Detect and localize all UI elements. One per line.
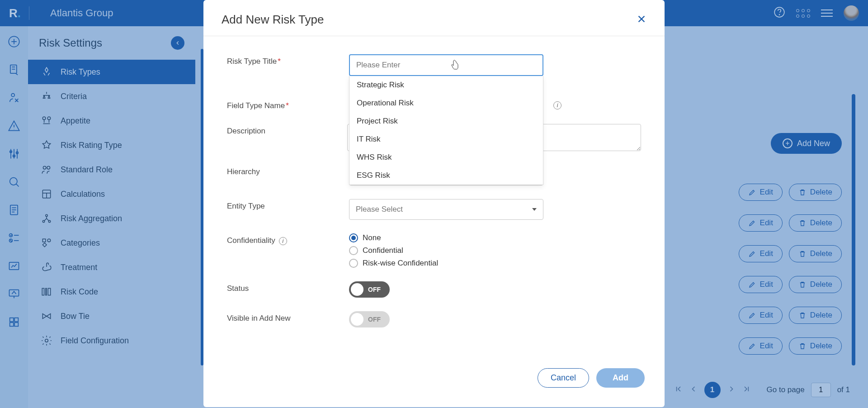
label-field-type-name: Field Type Name*	[227, 99, 349, 110]
label-confidentiality: Confidentialityi	[227, 233, 349, 245]
dropdown-option[interactable]: Strategic Risk	[349, 76, 543, 94]
dropdown-option[interactable]: WHS Risk	[349, 148, 543, 166]
info-icon[interactable]: i	[279, 237, 287, 245]
info-icon[interactable]: i	[553, 101, 561, 109]
visible-toggle[interactable]: OFF	[349, 311, 390, 327]
label-risk-type-title: Risk Type Title*	[227, 54, 349, 66]
dropdown-option[interactable]: Project Risk	[349, 112, 543, 130]
risk-type-dropdown: Strategic Risk Operational Risk Project …	[349, 76, 543, 185]
radio-confidential[interactable]: Confidential	[349, 246, 438, 255]
entity-type-select[interactable]: Please Select	[349, 199, 543, 220]
label-visible: Visible in Add New	[227, 311, 349, 323]
dropdown-option[interactable]: ESG Risk	[349, 166, 543, 185]
add-button[interactable]: Add	[596, 368, 645, 388]
add-risk-type-modal: Add New Risk Type Risk Type Title* Strat…	[203, 0, 665, 407]
label-status: Status	[227, 281, 349, 293]
label-description: Description	[227, 124, 347, 136]
label-entity-type: Entity Type	[227, 199, 349, 211]
label-hierarchy: Hierarchy	[227, 165, 349, 176]
close-icon[interactable]	[637, 14, 646, 26]
dropdown-option[interactable]: Operational Risk	[349, 94, 543, 112]
modal-backdrop: Add New Risk Type Risk Type Title* Strat…	[0, 0, 868, 408]
dropdown-option[interactable]: IT Risk	[349, 130, 543, 148]
radio-riskwise[interactable]: Risk-wise Confidential	[349, 259, 438, 268]
modal-title: Add New Risk Type	[222, 13, 324, 27]
risk-type-title-input[interactable]	[349, 54, 543, 76]
status-toggle[interactable]: OFF	[349, 281, 390, 298]
cancel-button[interactable]: Cancel	[538, 368, 589, 388]
radio-none[interactable]: None	[349, 233, 438, 242]
